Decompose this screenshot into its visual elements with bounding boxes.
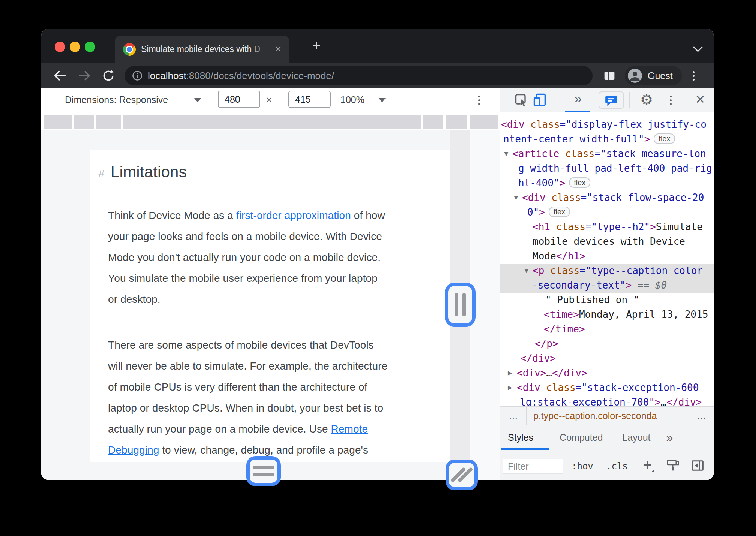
zoom-dropdown-arrow-icon[interactable] [379, 98, 386, 102]
breadcrumb-selected-node[interactable]: p.type--caption.color-seconda [533, 410, 657, 421]
dom-tree-row[interactable]: <div class="display-flex justify-co [500, 117, 714, 132]
flex-badge[interactable]: flex [654, 133, 675, 144]
dom-tree-row[interactable]: ht-400">flex [500, 176, 714, 190]
dom-tree-row[interactable]: ▶<div>…</div> [500, 366, 714, 380]
viewport-resize-handle-bottom[interactable] [246, 456, 281, 486]
heading-text: Limitations [111, 163, 187, 181]
dom-tree-row[interactable]: y g … [500, 112, 714, 117]
tab-search-chevron-icon[interactable] [693, 42, 702, 52]
toolbar-separator [629, 92, 630, 108]
dimensions-dropdown-arrow-icon[interactable] [194, 98, 201, 102]
dom-tree-row[interactable]: ▼<p class="type--caption color [500, 264, 714, 278]
dom-tree-row[interactable]: ntent-center width-full">flex [500, 132, 714, 147]
feedback-chat-icon[interactable] [598, 91, 624, 109]
computed-sidebar-toggle-icon[interactable] [690, 458, 705, 473]
device-toolbar-menu-icon[interactable] [478, 96, 480, 105]
new-tab-button[interactable]: + [308, 29, 325, 63]
dom-tree-row[interactable]: ▼<article class="stack measure-lon [500, 147, 714, 161]
dom-tree-row[interactable]: " Published on " [500, 293, 714, 307]
tab-title: Simulate mobile devices with D [141, 36, 265, 63]
dom-tree-row[interactable]: </p> [500, 337, 714, 351]
url-host: localhost [148, 70, 186, 81]
side-panel-icon[interactable] [602, 68, 617, 83]
page-link[interactable]: first-order approximation [236, 210, 351, 221]
browser-tab[interactable]: Simulate mobile devices with D × [115, 36, 290, 63]
ruler-segment [470, 115, 498, 129]
dimensions-dropdown[interactable]: Dimensions: Responsive [65, 88, 168, 112]
browser-navigation-bar: localhost:8080/docs/devtools/device-mode… [41, 63, 714, 88]
window-titlebar: Simulate mobile devices with D × + [41, 29, 714, 63]
styles-filter-input[interactable] [503, 459, 563, 474]
devtools-panel: » ⚙ × y g …<div class="display-flex just… [500, 88, 714, 480]
tab-computed[interactable]: Computed [560, 432, 603, 443]
toggle-element-state-button[interactable]: :hov [572, 459, 593, 474]
more-panels-chevron[interactable]: » [569, 88, 586, 110]
device-canvas: #Limitations Think of Device Mode as a f… [41, 112, 500, 480]
new-style-rule-icon[interactable]: + [640, 457, 655, 474]
ruler-segment [123, 115, 421, 129]
heading-anchor-hash[interactable]: # [98, 167, 105, 180]
dom-tree-row[interactable]: lg:stack-exception-700">…</div> [500, 395, 714, 406]
dom-tree-row[interactable]: -secondary-text"> == $0 [500, 278, 714, 293]
dom-tree-row[interactable]: ▼<div class="stack flow-space-20 [500, 190, 714, 205]
dom-tree-row[interactable]: <time>Monday, April 13, 2015 [500, 307, 714, 322]
dom-tree-row[interactable]: ▶<div class="stack-exception-600 [500, 380, 714, 395]
dom-tree-row[interactable]: mobile devices with Device [500, 234, 714, 249]
window-zoom-button[interactable] [85, 42, 95, 52]
dom-tree-row[interactable]: Mode</h1> [500, 249, 714, 264]
ruler-segment [74, 115, 94, 129]
collapse-arrow-icon[interactable]: ▼ [504, 147, 508, 161]
inspect-element-icon[interactable] [514, 93, 529, 108]
breadcrumb-divider [526, 407, 526, 425]
zoom-dropdown[interactable]: 100% [340, 88, 364, 112]
back-button[interactable] [52, 68, 68, 83]
breadcrumb-overflow-right[interactable]: … [693, 407, 714, 425]
viewport-height-input[interactable] [288, 91, 331, 108]
profile-chip[interactable]: Guest [625, 66, 682, 85]
dom-breadcrumb-bar: … p.type--caption.color-seconda … [500, 406, 714, 425]
browser-menu-icon[interactable] [693, 71, 694, 81]
dom-tree-row[interactable]: g width-full pad-left-400 pad-rig [500, 161, 714, 176]
page-link[interactable]: Remote Debugging [108, 423, 368, 456]
window-close-button[interactable] [55, 42, 65, 52]
tab-layout[interactable]: Layout [622, 432, 650, 443]
devtools-close-icon[interactable]: × [690, 88, 710, 111]
dom-tree-row[interactable]: 0">flex [500, 205, 714, 220]
element-classes-button[interactable]: .cls [606, 459, 628, 474]
dom-tree-row[interactable]: </time> [500, 322, 714, 337]
device-toolbar-toggle-icon[interactable] [532, 93, 548, 108]
page-content-card: #Limitations Think of Device Mode as a f… [90, 150, 450, 462]
forward-button[interactable] [77, 68, 92, 83]
device-mode-viewport: Dimensions: Responsive × 100% [41, 88, 500, 480]
viewport-resize-handle-corner[interactable] [446, 460, 478, 490]
window-minimize-button[interactable] [70, 42, 80, 52]
expand-arrow-icon[interactable]: ▶ [508, 366, 512, 380]
flex-badge[interactable]: flex [569, 177, 590, 188]
viewport-resize-handle-right[interactable] [445, 283, 476, 327]
settings-gear-icon[interactable]: ⚙ [638, 88, 655, 111]
dom-tree-row[interactable]: <h1 class="type--h2">Simulate [500, 220, 714, 234]
collapse-arrow-icon[interactable]: ▼ [514, 190, 518, 205]
ruler-segment [446, 115, 467, 129]
more-tabs-chevron[interactable]: » [666, 431, 673, 445]
devtools-menu-icon[interactable] [670, 96, 672, 105]
ruler-segment [44, 115, 72, 129]
page-heading: #Limitations [98, 163, 450, 181]
paint-roller-icon[interactable] [665, 458, 680, 473]
tab-close-icon[interactable]: × [272, 36, 284, 63]
expand-arrow-icon[interactable]: ▶ [508, 380, 512, 395]
dom-tree-row[interactable]: </div> [500, 351, 714, 366]
chrome-favicon-icon [123, 43, 136, 56]
viewport-width-input[interactable] [218, 91, 260, 108]
dimensions-separator: × [266, 88, 272, 112]
url-path: :8080/docs/devtools/device-mode/ [186, 70, 334, 81]
flex-badge[interactable]: flex [549, 207, 570, 217]
breadcrumb-overflow-left[interactable]: … [508, 410, 519, 421]
reload-button[interactable] [101, 68, 116, 83]
collapse-arrow-icon[interactable]: ▼ [524, 264, 529, 278]
toolbar-separator [558, 92, 558, 108]
tab-styles[interactable]: Styles [508, 432, 533, 443]
devtools-toolbar: » ⚙ × [500, 88, 714, 112]
url-bar[interactable]: localhost:8080/docs/devtools/device-mode… [124, 66, 592, 85]
site-info-icon[interactable] [130, 69, 144, 82]
